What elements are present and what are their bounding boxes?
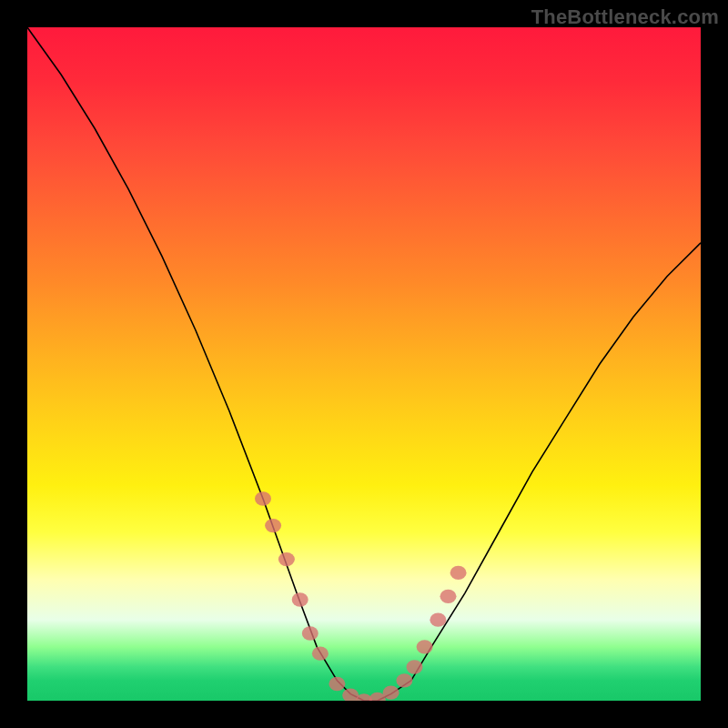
data-point — [292, 592, 308, 606]
plot-area — [27, 27, 701, 701]
data-point — [302, 626, 318, 640]
data-point — [407, 660, 423, 673]
data-point — [417, 640, 433, 653]
data-point — [450, 566, 467, 580]
data-point — [440, 590, 457, 603]
data-point — [430, 613, 446, 627]
data-point — [278, 552, 295, 566]
data-point — [329, 677, 345, 691]
data-point — [265, 519, 281, 532]
chart-svg — [27, 27, 701, 701]
watermark-text: TheBottleneck.com — [531, 5, 719, 29]
data-points — [255, 491, 467, 701]
data-point — [255, 491, 271, 505]
data-point — [312, 647, 329, 661]
bottleneck-curve — [27, 27, 701, 701]
chart-stage: TheBottleneck.com — [0, 0, 728, 728]
data-point — [383, 685, 399, 699]
data-point — [396, 673, 412, 687]
